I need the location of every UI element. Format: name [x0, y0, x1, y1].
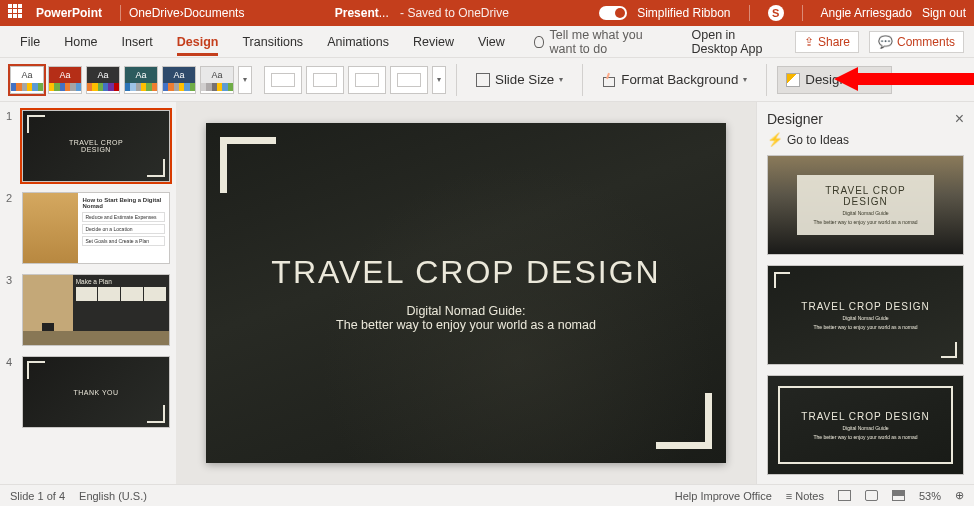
slide-subtitle-1[interactable]: Digital Nomad Guide:: [407, 304, 526, 318]
lightning-icon: ⚡: [767, 132, 783, 147]
slide-size-icon: [476, 73, 490, 87]
design-idea-1[interactable]: TRAVEL CROP DESIGN Digital Nomad Guide T…: [767, 155, 964, 255]
slide-counter[interactable]: Slide 1 of 4: [10, 490, 65, 502]
zoom-level[interactable]: 53%: [919, 490, 941, 502]
file-name[interactable]: Present: [335, 6, 379, 20]
bracket-icon: [774, 272, 790, 288]
slide-canvas[interactable]: TRAVEL CROP DESIGN Digital Nomad Guide: …: [206, 123, 726, 463]
theme-thumbnail[interactable]: Aa: [48, 66, 82, 94]
variant-thumbnail[interactable]: [264, 66, 302, 94]
tab-transitions[interactable]: Transitions: [232, 29, 313, 55]
thumb-number: 1: [6, 110, 16, 182]
tell-me-search[interactable]: Tell me what you want to do: [534, 28, 659, 56]
slide-thumbnail-4[interactable]: THANK YOU: [22, 356, 170, 428]
idea-title: TRAVEL CROP DESIGN: [801, 301, 929, 312]
share-icon: ⇪: [804, 35, 814, 49]
simplified-ribbon-label: Simplified Ribbon: [637, 6, 730, 20]
breadcrumb-root[interactable]: OneDrive: [129, 6, 180, 20]
paint-bucket-icon: [602, 73, 616, 87]
breadcrumb-leaf[interactable]: Documents: [184, 6, 245, 20]
go-to-ideas-label: Go to Ideas: [787, 133, 849, 147]
slide-thumbnails-panel[interactable]: 1 TRAVEL CROP DESIGN 2 How to Start Bein…: [0, 102, 176, 484]
theme-aa: Aa: [87, 67, 119, 83]
theme-aa: Aa: [125, 67, 157, 83]
tab-home[interactable]: Home: [54, 29, 107, 55]
theme-thumbnail[interactable]: Aa: [124, 66, 158, 94]
language-status[interactable]: English (U.S.): [79, 490, 147, 502]
tab-design[interactable]: Design: [167, 29, 229, 55]
simplified-ribbon-toggle[interactable]: [599, 6, 627, 20]
user-name[interactable]: Angie Arriesgado: [821, 6, 912, 20]
idea-sub: The better way to enjoy your world as a …: [801, 434, 929, 440]
separator: [802, 5, 803, 21]
main-area: 1 TRAVEL CROP DESIGN 2 How to Start Bein…: [0, 102, 974, 484]
thumb-list-item: Decide on a Location: [82, 224, 165, 234]
title-bar: PowerPoint OneDrive › Documents Present.…: [0, 0, 974, 26]
variant-thumbnail[interactable]: [390, 66, 428, 94]
slide-thumbnail-3[interactable]: Make a Plan: [22, 274, 170, 346]
thumb-heading: How to Start Being a Digital Nomad: [82, 197, 165, 209]
notes-icon: ≡: [786, 490, 792, 502]
theme-thumbnail[interactable]: Aa: [200, 66, 234, 94]
design-idea-3[interactable]: TRAVEL CROP DESIGN Digital Nomad Guide T…: [767, 375, 964, 475]
slide-thumbnail-1[interactable]: TRAVEL CROP DESIGN: [22, 110, 170, 182]
themes-more-button[interactable]: ▾: [238, 66, 252, 94]
slide-title[interactable]: TRAVEL CROP DESIGN: [271, 254, 660, 291]
comments-label: Comments: [897, 35, 955, 49]
idea-sub: Digital Nomad Guide: [811, 210, 920, 216]
comments-button[interactable]: 💬 Comments: [869, 31, 964, 53]
slide-canvas-area[interactable]: TRAVEL CROP DESIGN Digital Nomad Guide: …: [176, 102, 756, 484]
tab-insert[interactable]: Insert: [112, 29, 163, 55]
slide-thumbnail-2[interactable]: How to Start Being a Digital Nomad Reduc…: [22, 192, 170, 264]
close-panel-button[interactable]: ×: [955, 110, 964, 128]
idea-sub: Digital Nomad Guide: [801, 315, 929, 321]
tab-file[interactable]: File: [10, 29, 50, 55]
thumb-number: 2: [6, 192, 16, 264]
design-idea-2[interactable]: TRAVEL CROP DESIGN Digital Nomad Guide T…: [767, 265, 964, 365]
idea-title: TRAVEL CROP DESIGN: [801, 411, 929, 422]
lightbulb-icon: [534, 36, 543, 48]
tab-animations[interactable]: Animations: [317, 29, 399, 55]
ribbon-separator: [456, 64, 457, 96]
variant-thumbnail[interactable]: [348, 66, 386, 94]
share-button[interactable]: ⇪ Share: [795, 31, 859, 53]
skype-icon[interactable]: S: [768, 5, 784, 21]
slide-sorter-button[interactable]: [865, 490, 878, 501]
variants-more-button[interactable]: ▾: [432, 66, 446, 94]
reading-view-button[interactable]: [892, 490, 905, 501]
bracket-decoration: [220, 137, 276, 193]
app-launcher-icon[interactable]: [8, 4, 26, 22]
save-status: - Saved to OneDrive: [400, 6, 509, 20]
normal-view-button[interactable]: [838, 490, 851, 501]
design-ideas-button[interactable]: Design Ideas: [777, 66, 892, 94]
go-to-ideas-link[interactable]: ⚡ Go to Ideas: [767, 132, 964, 147]
format-background-button[interactable]: Format Background ▾: [593, 66, 756, 94]
variant-thumbnail[interactable]: [306, 66, 344, 94]
view-icon: [892, 490, 905, 501]
theme-aa: Aa: [11, 67, 43, 83]
title-center: Present... - Saved to OneDrive: [244, 6, 599, 20]
format-background-label: Format Background: [621, 72, 738, 87]
thumb-number: 4: [6, 356, 16, 428]
open-desktop-app[interactable]: Open in Desktop App: [682, 22, 787, 62]
notes-button[interactable]: ≡ Notes: [786, 490, 824, 502]
theme-thumbnail[interactable]: Aa: [162, 66, 196, 94]
separator: [120, 5, 121, 21]
idea-sub: The better way to enjoy your world as a …: [801, 324, 929, 330]
tab-review[interactable]: Review: [403, 29, 464, 55]
chevron-down-icon: ▾: [743, 75, 747, 84]
notes-label: Notes: [795, 490, 824, 502]
separator: [749, 5, 750, 21]
theme-thumbnail[interactable]: Aa: [86, 66, 120, 94]
thumb-title: THANK YOU: [73, 389, 118, 396]
slide-subtitle-2[interactable]: The better way to enjoy your world as a …: [336, 318, 596, 332]
help-improve-link[interactable]: Help Improve Office: [675, 490, 772, 502]
theme-aa: Aa: [49, 67, 81, 83]
ribbon-separator: [766, 64, 767, 96]
sign-out-link[interactable]: Sign out: [922, 6, 966, 20]
fit-to-window-button[interactable]: ⊕: [955, 489, 964, 502]
design-ideas-label: Design Ideas: [805, 72, 883, 87]
theme-thumbnail[interactable]: Aa: [10, 66, 44, 94]
slide-size-button[interactable]: Slide Size ▾: [467, 66, 572, 94]
tab-view[interactable]: View: [468, 29, 515, 55]
